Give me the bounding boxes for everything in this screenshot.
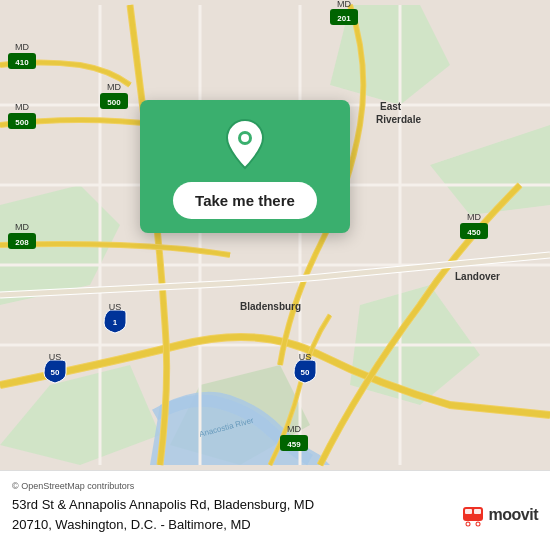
svg-text:201: 201 — [337, 14, 351, 23]
svg-text:US: US — [49, 352, 62, 362]
map-svg: 410 MD 500 MD 500 MD 201 MD 208 MD 1 US — [0, 0, 550, 470]
take-me-there-button[interactable]: Take me there — [173, 182, 317, 219]
svg-text:450: 450 — [467, 228, 481, 237]
moovit-text: moovit — [489, 506, 538, 524]
svg-text:500: 500 — [107, 98, 121, 107]
svg-text:MD: MD — [15, 102, 29, 112]
svg-point-55 — [466, 522, 469, 525]
svg-text:410: 410 — [15, 58, 29, 67]
svg-text:MD: MD — [287, 424, 301, 434]
svg-text:459: 459 — [287, 440, 301, 449]
map-container: 410 MD 500 MD 500 MD 201 MD 208 MD 1 US — [0, 0, 550, 470]
osm-attribution: © OpenStreetMap contributors — [12, 481, 538, 491]
svg-text:Riverdale: Riverdale — [376, 114, 421, 125]
location-pin-icon — [223, 118, 267, 170]
moovit-icon — [461, 503, 485, 527]
svg-rect-51 — [465, 509, 472, 514]
svg-text:1: 1 — [113, 318, 118, 327]
app: 410 MD 500 MD 500 MD 201 MD 208 MD 1 US — [0, 0, 550, 550]
address-line: 53rd St & Annapolis Annapolis Rd, Bladen… — [12, 495, 314, 534]
svg-text:208: 208 — [15, 238, 29, 247]
svg-text:East: East — [380, 101, 402, 112]
svg-text:US: US — [109, 302, 122, 312]
svg-text:Landover: Landover — [455, 271, 500, 282]
svg-text:MD: MD — [107, 82, 121, 92]
moovit-logo: moovit — [461, 503, 538, 527]
svg-text:500: 500 — [15, 118, 29, 127]
svg-text:50: 50 — [301, 368, 310, 377]
address-block: 53rd St & Annapolis Annapolis Rd, Bladen… — [12, 495, 314, 534]
svg-text:50: 50 — [51, 368, 60, 377]
bottom-content: 53rd St & Annapolis Annapolis Rd, Bladen… — [12, 495, 538, 534]
svg-text:MD: MD — [15, 222, 29, 232]
svg-text:MD: MD — [337, 0, 351, 9]
bottom-bar: © OpenStreetMap contributors 53rd St & A… — [0, 470, 550, 550]
svg-text:US: US — [299, 352, 312, 362]
svg-rect-52 — [474, 509, 481, 514]
svg-text:Bladensburg: Bladensburg — [240, 301, 301, 312]
svg-text:MD: MD — [15, 42, 29, 52]
svg-point-56 — [476, 522, 479, 525]
svg-point-49 — [241, 134, 249, 142]
popup-card: Take me there — [140, 100, 350, 233]
svg-text:MD: MD — [467, 212, 481, 222]
